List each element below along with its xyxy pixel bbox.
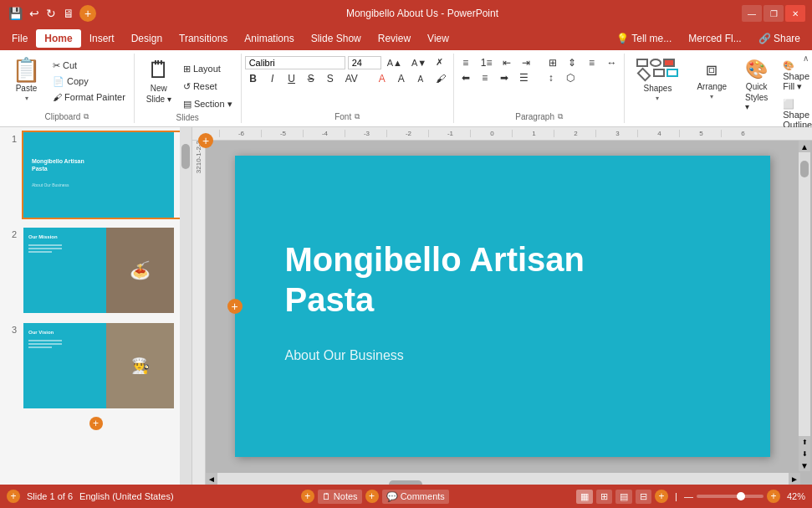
add-quick-access-button[interactable]: + <box>79 5 96 22</box>
spacing-button[interactable]: AV <box>341 71 362 86</box>
section-button[interactable]: ▤ Section ▾ <box>180 97 236 111</box>
underline-button[interactable]: U <box>283 71 300 86</box>
maximize-button[interactable]: ❐ <box>763 5 784 22</box>
status-notes-add-btn[interactable]: + <box>301 490 314 503</box>
font-size-a2[interactable]: A <box>412 73 429 85</box>
line-spacing-btn[interactable]: ↕ <box>543 70 559 85</box>
font-expand-icon[interactable]: ⧉ <box>355 112 360 121</box>
scroll-down-btn[interactable]: ▼ <box>799 459 810 471</box>
main-slide[interactable]: + Mongibello ArtisanPasta About Our Busi… <box>235 156 770 457</box>
redo-icon[interactable]: ↻ <box>44 5 58 22</box>
menu-transitions[interactable]: Transitions <box>171 29 236 48</box>
view-notes-btn[interactable]: ▤ <box>615 490 632 504</box>
align-center-btn[interactable]: ≡ <box>477 70 493 85</box>
canvas-area: -6 -5 -4 -3 -2 -1 0 1 2 3 4 5 6 3210-1-2… <box>192 127 812 485</box>
justify-btn[interactable]: ☰ <box>515 70 533 85</box>
slide-img-2[interactable]: Our Mission 🍝 <box>22 226 188 315</box>
status-add-button[interactable]: + <box>7 490 20 503</box>
numbering-button[interactable]: 1≡ <box>477 55 497 70</box>
bold-button[interactable]: B <box>245 71 262 86</box>
col-btn[interactable]: ⊞ <box>544 55 561 70</box>
quick-styles-button[interactable]: 🎨 Quick Styles ▾ <box>738 55 774 115</box>
scroll-up-btn[interactable]: ▲ <box>799 141 810 152</box>
status-comments-add-btn[interactable]: + <box>365 490 379 503</box>
clipboard-expand-icon[interactable]: ⧉ <box>84 112 89 121</box>
close-button[interactable]: ✕ <box>785 5 805 22</box>
undo-icon[interactable]: ↩ <box>28 5 41 22</box>
slide-thumb-3[interactable]: 3 Our Vision 👨‍🍳 <box>3 321 188 410</box>
strikethrough-button[interactable]: S <box>303 71 319 86</box>
notes-button[interactable]: 🗒 Notes <box>318 490 362 504</box>
font-family-input[interactable] <box>245 56 345 69</box>
decrease-font-btn[interactable]: A▼ <box>408 56 430 69</box>
ribbon-group-clipboard: 📋 Paste ▾ ✂ Cut 📄 Copy 🖌 Format Painter … <box>0 54 135 123</box>
smart-art-btn[interactable]: ⬡ <box>562 70 579 85</box>
menu-insert[interactable]: Insert <box>81 29 123 48</box>
view-slide-show-btn[interactable]: ⊟ <box>636 490 651 504</box>
slide-main-subtitle[interactable]: About Our Business <box>285 348 404 363</box>
menu-file[interactable]: File <box>3 29 36 48</box>
new-slide-button[interactable]: 🗒 New Slide ▾ <box>140 55 178 107</box>
slide-thumb-1[interactable]: 1 Mongibello ArtisanPasta About Our Busi… <box>3 131 188 219</box>
zoom-minus-btn[interactable]: — <box>684 491 693 501</box>
align-left-btn[interactable]: ⬅ <box>457 70 474 85</box>
font-color-button[interactable]: A <box>374 71 391 86</box>
menu-share[interactable]: 🔗 Share <box>750 29 809 48</box>
indent-increase-btn[interactable]: ⇥ <box>518 55 534 70</box>
slide-img-1[interactable]: Mongibello ArtisanPasta About Our Busine… <box>22 131 188 219</box>
comments-button[interactable]: 💬 Comments <box>382 490 449 504</box>
paragraph-expand-icon[interactable]: ⧉ <box>558 112 563 121</box>
view-grid-btn[interactable]: ⊞ <box>596 490 612 504</box>
indent-decrease-btn[interactable]: ⇤ <box>498 55 515 70</box>
view-normal-btn[interactable]: ▦ <box>576 490 593 504</box>
menu-animations[interactable]: Animations <box>236 29 302 48</box>
align-right-btn[interactable]: ➡ <box>496 70 513 85</box>
text-shadow-button[interactable]: S <box>322 71 339 86</box>
status-view-add-btn[interactable]: + <box>655 490 668 503</box>
reset-button[interactable]: ↺ Reset <box>180 80 236 94</box>
menu-view[interactable]: View <box>419 29 457 48</box>
menu-design[interactable]: Design <box>123 29 171 48</box>
shapes-button[interactable]: Shapes ▾ <box>630 55 685 105</box>
menu-account[interactable]: Merced Fl... <box>680 29 749 48</box>
menu-home[interactable]: Home <box>36 29 80 48</box>
zoom-add-btn[interactable]: + <box>767 490 780 503</box>
slide-add-left[interactable]: + <box>227 299 243 314</box>
increase-font-btn[interactable]: A▲ <box>384 56 406 69</box>
slide-img-3[interactable]: Our Vision 👨‍🍳 <box>22 321 188 410</box>
paste-button[interactable]: 📋 Paste ▾ <box>5 55 48 105</box>
scroll-page-up-btn[interactable]: ⬆ <box>799 436 810 448</box>
shape-fill-btn[interactable]: 🎨 Shape Fill ▾ <box>779 59 812 94</box>
slide-thumb-2[interactable]: 2 Our Mission 🍝 <box>3 226 188 315</box>
convert-btn[interactable]: ↔ <box>602 55 620 70</box>
zoom-slider[interactable] <box>697 495 763 498</box>
slide-add-top-left[interactable]: + <box>198 133 213 148</box>
ribbon-collapse-button[interactable]: ∧ <box>803 54 809 63</box>
font-size-a1[interactable]: A <box>393 71 410 86</box>
slide3-label: Our Vision <box>28 330 54 335</box>
scroll-page-down-btn[interactable]: ⬇ <box>799 448 810 459</box>
cut-button[interactable]: ✂ Cut <box>49 59 129 73</box>
text-decor-btn[interactable]: 🖌 <box>432 71 450 86</box>
copy-button[interactable]: 📄 Copy <box>49 74 129 89</box>
layout-button[interactable]: ⊞ Layout <box>180 62 236 76</box>
clear-format-btn[interactable]: ✗ <box>432 55 447 69</box>
menu-review[interactable]: Review <box>370 29 419 48</box>
minimize-button[interactable]: — <box>742 5 762 22</box>
text-dir-btn[interactable]: ⇕ <box>564 55 580 70</box>
scroll-left-btn[interactable]: ◄ <box>206 473 217 485</box>
arrange-button[interactable]: ⧈ Arrange ▾ <box>690 55 733 104</box>
bullets-button[interactable]: ≡ <box>457 55 474 70</box>
status-left: + Slide 1 of 6 English (United States) <box>7 490 174 503</box>
add-slide-panel-button[interactable]: + <box>89 417 103 430</box>
align-text-btn[interactable]: ≡ <box>583 55 600 70</box>
font-size-input[interactable] <box>348 56 381 69</box>
italic-button[interactable]: I <box>264 71 281 86</box>
save-icon[interactable]: 💾 <box>7 5 24 22</box>
menu-tellme[interactable]: 💡 Tell me... <box>608 29 680 48</box>
format-painter-button[interactable]: 🖌 Format Painter <box>49 90 129 104</box>
scroll-right-btn[interactable]: ► <box>789 473 800 485</box>
menu-slideshow[interactable]: Slide Show <box>303 29 370 48</box>
slide-main-title[interactable]: Mongibello ArtisanPasta <box>285 239 585 320</box>
show-icon[interactable]: 🖥 <box>61 5 76 22</box>
